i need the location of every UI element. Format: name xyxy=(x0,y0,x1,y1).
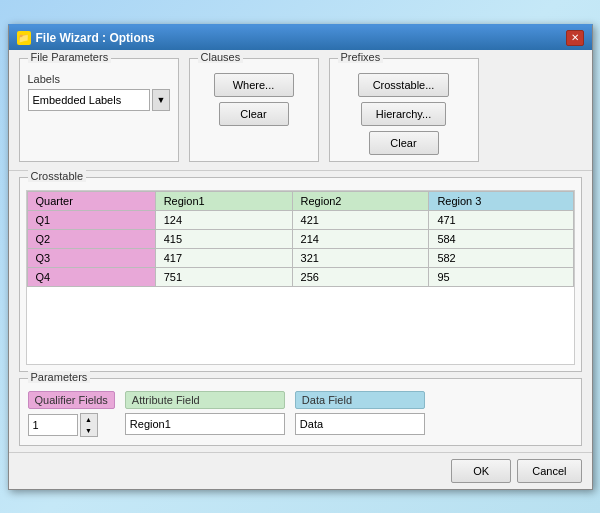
cell-q1-region2: 421 xyxy=(292,210,429,229)
table-row: Q3 417 321 582 xyxy=(27,248,573,267)
prefixes-section: Prefixes Crosstable... Hierarchy... Clea… xyxy=(329,58,479,162)
dropdown-arrow-icon[interactable]: ▼ xyxy=(152,89,169,111)
file-params-label: File Parameters xyxy=(28,51,112,63)
table-row: Q2 415 214 584 xyxy=(27,229,573,248)
crosstable-section: Crosstable Quarter Region1 Region2 Regio… xyxy=(19,177,582,372)
qualifier-group: Qualifier Fields ▲ ▼ xyxy=(28,391,115,437)
attribute-group: Attribute Field xyxy=(125,391,285,437)
clauses-section: Clauses Where... Clear xyxy=(189,58,319,162)
crosstable-label: Crosstable xyxy=(28,170,87,182)
cell-q1-region1: 124 xyxy=(155,210,292,229)
file-params-section: File Parameters Labels Embedded Labels ▼ xyxy=(19,58,179,162)
table-body: Q1 124 421 471 Q2 415 214 584 Q3 417 xyxy=(27,210,573,286)
cell-q3-region1: 417 xyxy=(155,248,292,267)
cell-q2-region3: 584 xyxy=(429,229,573,248)
clauses-clear-button[interactable]: Clear xyxy=(219,102,289,126)
labels-dropdown[interactable]: Embedded Labels xyxy=(28,89,151,111)
where-button[interactable]: Where... xyxy=(214,73,294,97)
cell-q4-region1: 751 xyxy=(155,267,292,286)
prefixes-clear-button[interactable]: Clear xyxy=(369,131,439,155)
col-header-region3: Region 3 xyxy=(429,191,573,210)
params-row: Qualifier Fields ▲ ▼ Attribute Field Dat… xyxy=(28,391,573,437)
attribute-input[interactable] xyxy=(125,413,285,435)
close-button[interactable]: ✕ xyxy=(566,30,584,46)
cell-q3-quarter: Q3 xyxy=(27,248,155,267)
data-field-label: Data Field xyxy=(295,391,425,409)
hierarchy-button[interactable]: Hierarchy... xyxy=(361,102,446,126)
parameters-label: Parameters xyxy=(28,371,91,383)
data-group: Data Field xyxy=(295,391,425,437)
col-header-region2: Region2 xyxy=(292,191,429,210)
ok-button[interactable]: OK xyxy=(451,459,511,483)
cell-q4-region2: 256 xyxy=(292,267,429,286)
qualifier-label: Qualifier Fields xyxy=(28,391,115,409)
labels-text: Labels xyxy=(28,73,170,85)
titlebar-left: 📁 File Wizard : Options xyxy=(17,31,155,45)
window-icon: 📁 xyxy=(17,31,31,45)
cell-q4-quarter: Q4 xyxy=(27,267,155,286)
parameters-section: Parameters Qualifier Fields ▲ ▼ Attribut… xyxy=(19,378,582,446)
qualifier-input-row: ▲ ▼ xyxy=(28,413,115,437)
qualifier-spinner: ▲ ▼ xyxy=(80,413,98,437)
window-title: File Wizard : Options xyxy=(36,31,155,45)
col-header-quarter: Quarter xyxy=(27,191,155,210)
cell-q1-quarter: Q1 xyxy=(27,210,155,229)
table-header: Quarter Region1 Region2 Region 3 xyxy=(27,191,573,210)
cell-q4-region3: 95 xyxy=(429,267,573,286)
cell-q2-region2: 214 xyxy=(292,229,429,248)
crosstable-button[interactable]: Crosstable... xyxy=(358,73,450,97)
col-header-region1: Region1 xyxy=(155,191,292,210)
cell-q3-region2: 321 xyxy=(292,248,429,267)
clauses-label: Clauses xyxy=(198,51,244,63)
table-container[interactable]: Quarter Region1 Region2 Region 3 Q1 124 … xyxy=(26,190,575,365)
qualifier-spinner-down[interactable]: ▼ xyxy=(81,425,97,436)
cell-q1-region3: 471 xyxy=(429,210,573,229)
table-row: Q1 124 421 471 xyxy=(27,210,573,229)
cell-q3-region3: 582 xyxy=(429,248,573,267)
qualifier-spinner-up[interactable]: ▲ xyxy=(81,414,97,425)
bottom-bar: OK Cancel xyxy=(9,452,592,489)
table-row: Q4 751 256 95 xyxy=(27,267,573,286)
cell-q2-region1: 415 xyxy=(155,229,292,248)
qualifier-input[interactable] xyxy=(28,414,78,436)
dropdown-row: Embedded Labels ▼ xyxy=(28,89,170,111)
labels-row: Labels Embedded Labels ▼ xyxy=(28,73,170,111)
top-panel: File Parameters Labels Embedded Labels ▼… xyxy=(9,50,592,171)
titlebar: 📁 File Wizard : Options ✕ xyxy=(9,26,592,50)
cell-q2-quarter: Q2 xyxy=(27,229,155,248)
data-table: Quarter Region1 Region2 Region 3 Q1 124 … xyxy=(27,191,574,287)
cancel-button[interactable]: Cancel xyxy=(517,459,581,483)
attribute-label: Attribute Field xyxy=(125,391,285,409)
prefixes-label: Prefixes xyxy=(338,51,384,63)
data-input[interactable] xyxy=(295,413,425,435)
main-window: 📁 File Wizard : Options ✕ File Parameter… xyxy=(8,24,593,490)
